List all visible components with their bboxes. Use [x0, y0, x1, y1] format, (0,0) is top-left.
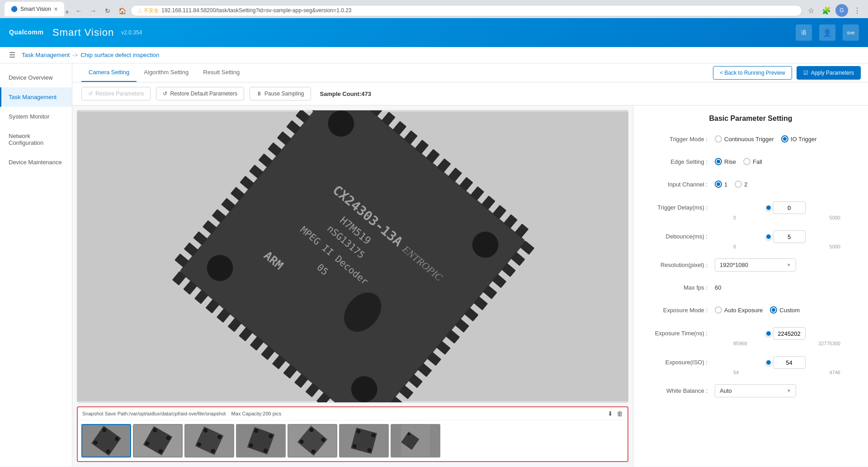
snapshot-path: Snapshot Save Path:/var/opt/aidlux/data/… [82, 411, 281, 416]
radio-rise[interactable] [715, 158, 722, 165]
snapshot-thumb-5[interactable] [288, 424, 337, 457]
edge-rise[interactable]: Rise [715, 158, 736, 165]
input-channel-1[interactable]: 1 [715, 181, 727, 188]
breadcrumb: ☰ Task Management -> Chip surface defect… [0, 47, 868, 63]
image-viewer: CX24303-13A H7M519 nSG13175 MPEG II Deco… [77, 110, 628, 403]
sidebar-item-device-maintenance[interactable]: Device Maintenance [0, 152, 72, 172]
debounce-input[interactable] [773, 230, 806, 243]
edge-setting-label: Edge Setting : [642, 158, 715, 165]
home-button[interactable]: 🏠 [116, 5, 128, 17]
sidebar-item-device-overview[interactable]: Device Overview [0, 68, 72, 87]
back-to-running-button[interactable]: < Back to Running Preview [713, 66, 792, 80]
extensions-button[interactable]: 🧩 [820, 4, 833, 17]
browser-tab[interactable]: 🔵 Smart Vision ✕ [5, 2, 64, 16]
trigger-mode-continuous[interactable]: Continuous Trigger [715, 135, 774, 143]
sidebar-label-device-overview: Device Overview [9, 74, 53, 81]
radio-fall[interactable] [743, 158, 750, 165]
new-tab-button[interactable]: + [65, 8, 69, 16]
input-channel-row: Input Channel : 1 2 [642, 177, 859, 191]
tab-favicon: 🔵 [11, 6, 18, 12]
sidebar-label-device-maintenance: Device Maintenance [9, 159, 62, 166]
svg-text:Qualcomm: Qualcomm [9, 29, 43, 36]
user-button[interactable]: 👤 [819, 24, 835, 41]
qualcomm-logo: Qualcomm [9, 27, 45, 38]
tab-camera-setting[interactable]: Camera Setting [81, 63, 137, 82]
snapshot-thumb-6[interactable] [339, 424, 389, 457]
restore-default-button[interactable]: ↺ Restore Default Parameters [156, 87, 244, 100]
tab-result-setting[interactable]: Result Setting [196, 63, 247, 82]
exposure-time-row: Exposure Time(ns) : [642, 325, 859, 346]
snapshot-thumb-4[interactable] [236, 424, 286, 457]
snapshot-thumb-1[interactable] [81, 424, 131, 457]
white-balance-label: White Balance : [642, 387, 715, 394]
snapshot-strip [78, 420, 627, 461]
menu-icon[interactable]: ☰ [9, 51, 15, 59]
language-button[interactable]: 语 [796, 24, 812, 41]
exposure-time-input[interactable] [773, 327, 806, 340]
exposure-iso-label: Exposure(ISO) : [642, 356, 715, 366]
radio-custom-exposure[interactable] [770, 306, 777, 314]
restore-default-icon: ↺ [163, 91, 167, 97]
exposure-auto[interactable]: Auto Exposure [715, 306, 763, 314]
tab-close[interactable]: ✕ [54, 6, 58, 12]
menu-button[interactable]: ⋮ [851, 4, 863, 17]
exposure-time-label: Exposure Time(ns) : [642, 327, 715, 337]
user-avatar[interactable]: G [835, 4, 848, 17]
snapshot-thumb-3[interactable] [184, 424, 234, 457]
trigger-mode-io[interactable]: IO Trigger [781, 135, 817, 143]
tab-title: Smart Vision [20, 6, 51, 12]
restore-icon: ↺ [88, 91, 93, 97]
pause-icon: ⏸ [256, 91, 262, 97]
radio-auto-exposure[interactable] [715, 306, 722, 314]
app-version: v2.0.354 [121, 29, 142, 36]
snapshot-delete-button[interactable]: 🗑 [617, 410, 623, 417]
radio-io[interactable] [781, 135, 788, 143]
white-balance-dropdown[interactable]: Auto ▼ [715, 384, 796, 397]
exposure-mode-label: Exposure Mode : [642, 307, 715, 314]
reload-button[interactable]: ↻ [102, 5, 113, 17]
max-fps-row: Max fps : 60 [642, 280, 859, 295]
snapshot-download-button[interactable]: ⬇ [608, 410, 613, 417]
restore-params-button[interactable]: ↺ Restore Parameters [81, 87, 151, 100]
bookmark-button[interactable]: ☆ [805, 4, 817, 17]
sidebar-item-network-configuration[interactable]: Network Configuration [0, 126, 72, 152]
panel-title: Basic Parameter Setting [642, 114, 859, 123]
breadcrumb-separator: -> [72, 52, 78, 58]
trigger-mode-label: Trigger Mode : [642, 136, 715, 143]
right-panel: Basic Parameter Setting Trigger Mode : C… [633, 105, 868, 467]
svg-rect-98 [247, 427, 275, 455]
edge-fall[interactable]: Fall [743, 158, 762, 165]
exposure-iso-row: Exposure(ISO) : 54 [642, 354, 859, 375]
app-title: Smart Vision [52, 27, 114, 38]
apply-parameters-button[interactable]: ☑ Apply Parameters [797, 66, 861, 80]
input-channel-2[interactable]: 2 [735, 181, 747, 188]
exposure-custom[interactable]: Custom [770, 306, 800, 314]
forward-nav-button[interactable]: → [87, 5, 99, 17]
trigger-mode-row: Trigger Mode : Continuous Trigger IO Tri… [642, 132, 859, 146]
save-button[interactable]: sve [843, 24, 859, 41]
white-balance-row: White Balance : Auto ▼ [642, 383, 859, 398]
url: 192.168.111.84:58200/task/taskSetting?id… [161, 7, 351, 14]
snapshot-thumb-7[interactable] [391, 424, 440, 457]
sidebar-item-system-monitor[interactable]: System Monitor [0, 107, 72, 126]
address-bar[interactable]: △ 不安全 192.168.111.84:58200/task/taskSett… [131, 5, 802, 16]
debounce-label: Debounce(ms) : [642, 230, 715, 240]
back-nav-button[interactable]: ← [73, 5, 85, 17]
radio-continuous[interactable] [715, 135, 722, 143]
max-fps-label: Max fps : [642, 284, 715, 291]
resolution-dropdown[interactable]: 1920*1080 ▼ [715, 258, 796, 272]
radio-ch1[interactable] [715, 181, 722, 188]
sample-count-display: Sample Count:473 [320, 91, 371, 97]
sidebar-label-system-monitor: System Monitor [9, 113, 49, 120]
exposure-iso-input[interactable] [773, 356, 806, 369]
radio-ch2[interactable] [735, 181, 742, 188]
trigger-delay-input[interactable] [773, 201, 806, 214]
snapshot-thumb-2[interactable] [133, 424, 183, 457]
sidebar-item-task-management[interactable]: Task Management [0, 87, 72, 107]
pause-sampling-button[interactable]: ⏸ Pause Sampling [250, 87, 311, 100]
tab-algorithm-setting[interactable]: Algorithm Setting [137, 63, 196, 82]
breadcrumb-current[interactable]: Chip surface defect inspection [80, 52, 159, 58]
debounce-row: Debounce(ms) : 0 [642, 229, 859, 249]
toolbar: ↺ Restore Parameters ↺ Restore Default P… [72, 82, 868, 105]
breadcrumb-link-task[interactable]: Task Management [22, 52, 70, 58]
